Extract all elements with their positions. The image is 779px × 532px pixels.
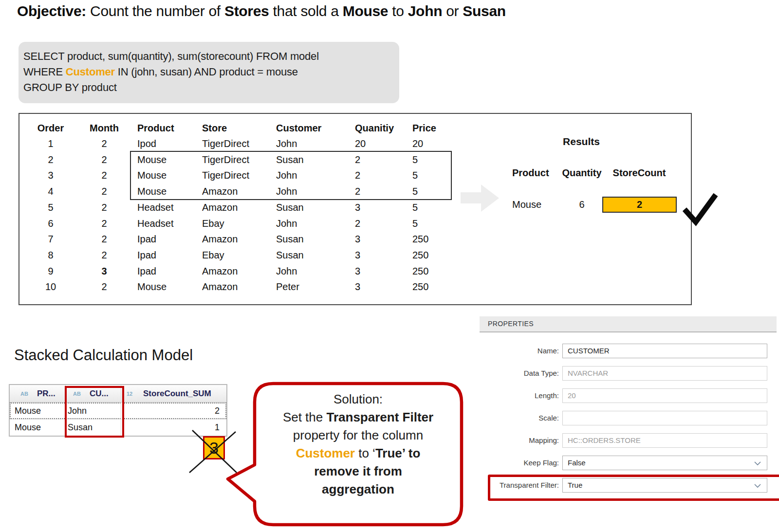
property-value: CUSTOMER	[568, 347, 610, 355]
property-label: Data Type:	[480, 366, 559, 381]
callout-line: Solution:	[255, 390, 462, 408]
orders-cell: 20	[412, 136, 423, 152]
orders-cell: Amazon	[202, 231, 238, 247]
title-segment: that sold a	[269, 3, 343, 19]
properties-panel-title: PROPERTIES	[480, 316, 777, 331]
callout-segment: aggregation	[322, 482, 394, 496]
orders-cell: 3	[355, 200, 360, 216]
orders-row: 62HeadsetEbayJohn25	[19, 216, 467, 232]
checkmark-icon	[681, 191, 720, 228]
callout-segment: True’ to	[375, 446, 420, 460]
callout-segment: property for the column	[293, 428, 423, 442]
orders-cell: 9	[48, 263, 53, 279]
chevron-down-icon[interactable]	[754, 461, 761, 465]
title-segment: Count the number of	[86, 3, 224, 19]
sql-text: IN (john, susan) AND product = mouse	[115, 66, 298, 78]
column-type-icon: AB	[20, 385, 28, 403]
results-storecount-value: 2	[637, 199, 642, 210]
orders-cell: 2	[101, 152, 107, 168]
property-input: HC::ORDERS.STORE	[562, 433, 767, 448]
orders-cell: Ebay	[202, 247, 224, 263]
callout-text: Solution: Set the Transparent Filter pro…	[255, 390, 462, 498]
property-value: 20	[568, 391, 576, 400]
orders-cell: 2	[101, 279, 107, 295]
orders-cell: 2	[101, 183, 107, 200]
orders-cell: Susan	[276, 231, 304, 247]
results-header-storecount: StoreCount	[610, 167, 668, 179]
orders-cell: Ipad	[137, 263, 156, 279]
results-header-quantity: Quantity	[555, 167, 609, 179]
orders-cell: Peter	[276, 279, 299, 295]
orders-cell: 250	[412, 279, 428, 295]
orders-cell: 250	[412, 247, 428, 263]
orders-cell: Ipad	[137, 231, 156, 247]
orders-cell: Mouse	[137, 279, 167, 295]
orders-cell: 5	[412, 200, 418, 216]
results-storecount-highlight: 2	[602, 197, 677, 213]
callout-line: property for the column	[255, 426, 462, 444]
orders-cell: 2	[101, 216, 107, 232]
column-type-icon: 12	[127, 385, 132, 403]
property-label: Mapping:	[480, 433, 559, 448]
title-segment: Stores	[224, 3, 269, 19]
orders-cell: 5	[412, 216, 418, 232]
orders-row: 102MouseAmazonPeter3250	[19, 279, 467, 295]
callout-line: Set the Transparent Filter	[255, 408, 462, 426]
orders-cell: 3	[355, 231, 360, 247]
grid-column-label: PR...	[37, 385, 56, 403]
orders-header-cell: Quanitiy	[355, 120, 394, 136]
orders-cell: 4	[48, 183, 53, 200]
orders-cell: 3	[355, 263, 360, 279]
cross-out-icon	[186, 426, 242, 478]
orders-cell: 2	[101, 167, 107, 183]
sql-line-1: SELECT product, sum(quantity), sum(store…	[23, 49, 399, 64]
results-header-product: Product	[512, 167, 549, 179]
orders-cell: 3	[355, 247, 360, 263]
callout-segment: Set the	[283, 410, 327, 424]
title-segment: Objective:	[17, 3, 86, 19]
title-segment: John	[408, 3, 442, 19]
property-input: NVARCHAR	[562, 366, 767, 381]
property-label: Length:	[480, 388, 559, 403]
orders-cell: 6	[48, 216, 53, 232]
callout-line: aggregation	[255, 480, 462, 498]
orders-header-cell: Order	[37, 120, 64, 136]
orders-cell: Amazon	[202, 279, 238, 295]
orders-cell: 3	[48, 167, 53, 183]
grid-cell-storecount: 2	[215, 403, 220, 419]
orders-row: 93IpadAmazonJohn3250	[19, 263, 467, 279]
orders-cell: 1	[48, 136, 53, 152]
orders-header-cell: Product	[137, 120, 174, 136]
orders-cell: Amazon	[202, 263, 238, 279]
orders-cell: 3	[101, 263, 107, 279]
property-value: HC::ORDERS.STORE	[568, 436, 641, 444]
orders-cell: John	[276, 263, 297, 279]
property-label: Keep Flag:	[480, 456, 559, 470]
callout-segment: remove it from	[314, 464, 402, 478]
title-segment: Susan	[463, 3, 506, 19]
property-label: Scale:	[480, 411, 559, 425]
property-input[interactable]: CUSTOMER	[562, 344, 767, 358]
orders-cell: TigerDirect	[202, 136, 249, 152]
arrow-right-icon	[461, 184, 500, 212]
orders-row: 72IpadAmazonSusan3250	[19, 231, 467, 247]
properties-panel-header: PROPERTIES	[480, 316, 777, 332]
orders-header-cell: Price	[412, 120, 436, 136]
orders-cell: 2	[48, 152, 53, 168]
callout-customer-word: Customer	[296, 446, 355, 460]
sql-customer-keyword: Customer	[66, 66, 115, 78]
sql-line-3: GROUP BY product	[23, 80, 399, 95]
property-value: False	[568, 459, 586, 467]
callout-line: Customer to ‘True’ to	[255, 444, 462, 462]
callout-line: remove it from	[255, 462, 462, 480]
orders-cell: Headset	[137, 200, 174, 216]
property-value: NVARCHAR	[568, 369, 608, 377]
page-title: Objective: Count the number of Stores th…	[17, 3, 506, 19]
results-quantity-value: 6	[555, 199, 609, 210]
orders-cell: 7	[48, 231, 53, 247]
property-dropdown[interactable]: False	[562, 456, 767, 470]
transparent-filter-highlight	[488, 475, 779, 501]
mouse-rows-highlight	[130, 151, 452, 200]
callout-segment: Transparent Filter	[327, 410, 434, 424]
title-segment: or	[442, 3, 463, 19]
